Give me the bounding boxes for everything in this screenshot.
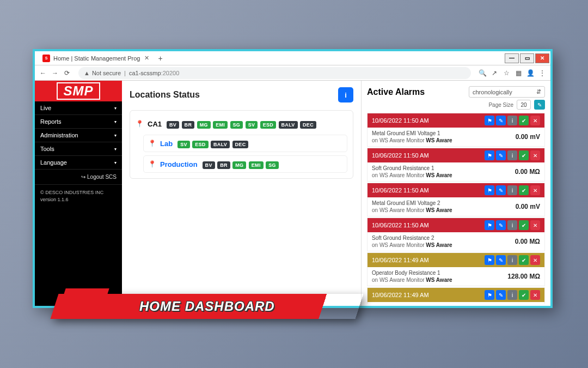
share-icon[interactable]: ↗ [489, 68, 499, 78]
alarm-name: Soft Ground Resistance 2 [372, 234, 452, 242]
alarms-title: Active Alarms [367, 87, 425, 97]
sidebar-item[interactable]: Language▾ [35, 156, 122, 170]
alarm-time: 10/06/2022 11:50 AM [372, 117, 429, 124]
acknowledge-button[interactable]: ✔ [519, 255, 529, 265]
edit-button[interactable]: ✎ [496, 290, 506, 300]
status-badge: EMI [249, 161, 264, 169]
status-badge: BALV [211, 141, 230, 148]
sort-select[interactable]: chronologically ⇵ [469, 86, 545, 98]
edit-button[interactable]: ✎ [496, 220, 506, 230]
info-button[interactable]: i [507, 150, 517, 160]
sidebar-item[interactable]: Live▾ [35, 101, 122, 115]
alarm-time-row: 10/06/2022 11:50 AM⚑✎i✔✕ [367, 218, 544, 232]
info-button[interactable]: i [507, 290, 517, 300]
flag-button[interactable]: ⚑ [485, 290, 494, 300]
status-badge: SV [246, 121, 258, 129]
close-tab-icon[interactable]: ✕ [144, 55, 149, 62]
alarm-name: Metal Ground EMI Voltage 2 [372, 200, 452, 207]
app-content: SMP Live▾Reports▾Administration▾Tools▾La… [35, 81, 550, 306]
status-badge: SG [230, 121, 243, 129]
forward-button[interactable]: → [50, 68, 60, 78]
info-button[interactable]: i [507, 220, 517, 230]
info-button[interactable]: i [507, 116, 517, 125]
info-button[interactable]: i [338, 87, 353, 102]
profile-icon[interactable]: 👤 [525, 68, 535, 78]
address-bar: ← → ⟳ ▲ Not secure | ca1-scssmp:20200 🔍 … [35, 65, 550, 81]
logout-row[interactable]: ↪ Logout SCS [35, 170, 122, 185]
status-badge: BALV [279, 121, 298, 129]
location-root-row[interactable]: 📍 CA1 BV BR MG EMI SG SV ESD BALV DEC [136, 116, 347, 131]
status-badge: BR [217, 161, 230, 169]
minimize-button[interactable]: — [505, 53, 519, 63]
sidebar-item-label: Administration [40, 132, 78, 138]
window-controls: — ▭ ✕ [505, 53, 550, 63]
alarm-time: 10/06/2022 11:49 AM [372, 292, 429, 298]
sidebar-item[interactable]: Tools▾ [35, 142, 122, 156]
logout-label: Logout SCS [87, 174, 117, 180]
back-button[interactable]: ← [38, 68, 48, 78]
dismiss-button[interactable]: ✕ [530, 220, 540, 230]
browser-tab[interactable]: S Home | Static Management Prog ✕ [38, 52, 154, 65]
locations-header: Locations Status i [130, 87, 353, 102]
url-input[interactable]: ▲ Not secure | ca1-scssmp:20200 [78, 67, 471, 79]
acknowledge-button[interactable]: ✔ [519, 220, 529, 230]
alarm-item: 10/06/2022 11:49 AM⚑✎i✔✕Operator Body Re… [367, 252, 545, 286]
flag-button[interactable]: ⚑ [485, 255, 494, 265]
alarm-body: Operator Body Resistance 2on WS Aware Mo… [367, 302, 544, 304]
browser-window: S Home | Static Management Prog ✕ + — ▭ … [33, 49, 553, 308]
alarm-monitor: on WS Aware Monitor WS Aware [372, 276, 452, 283]
edit-page-size-button[interactable]: ✎ [534, 100, 545, 110]
status-badge: DEC [300, 121, 316, 129]
edit-button[interactable]: ✎ [496, 150, 506, 160]
acknowledge-button[interactable]: ✔ [519, 185, 529, 195]
edit-button[interactable]: ✎ [496, 185, 506, 195]
caret-down-icon: ▾ [114, 160, 117, 165]
flag-button[interactable]: ⚑ [485, 185, 494, 195]
alarm-time: 10/06/2022 11:49 AM [372, 257, 429, 263]
status-badge: SG [266, 161, 279, 169]
maximize-button[interactable]: ▭ [520, 53, 534, 63]
status-badge: MG [197, 121, 211, 129]
menu-icon[interactable]: ⋮ [537, 68, 547, 78]
dismiss-button[interactable]: ✕ [530, 290, 540, 300]
flag-button[interactable]: ⚑ [485, 150, 494, 160]
security-warning-text: Not secure [92, 70, 121, 76]
info-button[interactable]: i [507, 185, 517, 195]
bookmark-icon[interactable]: ☆ [501, 68, 511, 78]
alarms-panel: Active Alarms chronologically ⇵ Page Siz… [362, 81, 550, 306]
location-child-row[interactable]: 📍LabSV ESD BALV DEC [143, 135, 347, 152]
new-tab-button[interactable]: + [158, 54, 162, 63]
zoom-icon[interactable]: 🔍 [477, 68, 487, 78]
extensions-icon[interactable]: ▦ [513, 68, 523, 78]
sidebar-item-label: Tools [40, 146, 54, 152]
acknowledge-button[interactable]: ✔ [519, 290, 529, 300]
flag-button[interactable]: ⚑ [485, 116, 494, 125]
dismiss-button[interactable]: ✕ [530, 255, 540, 265]
page-size-label: Page Size [488, 102, 513, 108]
logo-bar: SMP [35, 81, 122, 101]
close-window-button[interactable]: ✕ [535, 53, 549, 63]
alarm-actions: ⚑✎i✔✕ [485, 185, 540, 195]
dismiss-button[interactable]: ✕ [530, 116, 540, 125]
sidebar-item[interactable]: Reports▾ [35, 115, 122, 129]
alarm-item: 10/06/2022 11:50 AM⚑✎i✔✕Metal Ground EMI… [367, 183, 545, 216]
sidebar-item-label: Reports [40, 118, 62, 125]
status-badge: BV [203, 161, 215, 169]
sidebar-item[interactable]: Administration▾ [35, 129, 122, 142]
alarm-item: 10/06/2022 11:49 AM⚑✎i✔✕Operator Body Re… [367, 287, 545, 304]
acknowledge-button[interactable]: ✔ [519, 116, 529, 125]
edit-button[interactable]: ✎ [496, 116, 506, 125]
version-text: version 1.1.6 [40, 196, 117, 203]
location-root-name: CA1 [148, 120, 162, 128]
info-button[interactable]: i [507, 255, 517, 265]
caret-down-icon: ▾ [114, 147, 117, 152]
edit-button[interactable]: ✎ [496, 255, 506, 265]
page-size-input[interactable]: 20 [517, 100, 531, 110]
flag-button[interactable]: ⚑ [485, 220, 494, 230]
location-child-row[interactable]: 📍ProductionBV BR MG EMI SG [143, 155, 347, 173]
acknowledge-button[interactable]: ✔ [519, 150, 529, 160]
dismiss-button[interactable]: ✕ [530, 150, 540, 160]
reload-button[interactable]: ⟳ [62, 68, 72, 78]
dismiss-button[interactable]: ✕ [530, 185, 540, 195]
alarm-time-row: 10/06/2022 11:49 AM⚑✎i✔✕ [367, 288, 544, 302]
